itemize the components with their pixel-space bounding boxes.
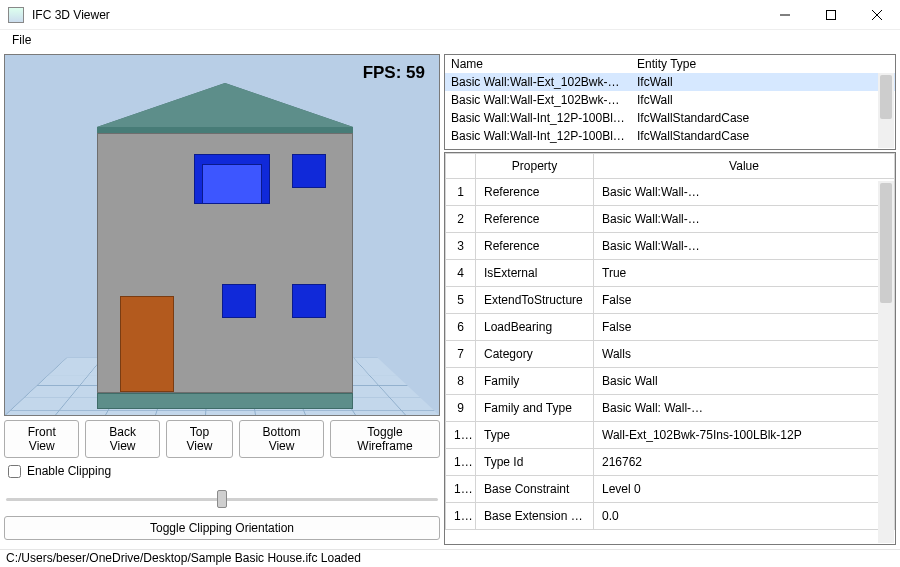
entity-row[interactable]: Basic Wall:Wall-Int_12P-100Blk…IfcWallSt… (445, 127, 895, 145)
house-model (97, 84, 353, 409)
property-row[interactable]: 11Type Id216762 (446, 449, 895, 476)
property-name: Type (476, 422, 594, 449)
svg-rect-1 (827, 10, 836, 19)
toggle-clipping-orientation-button[interactable]: Toggle Clipping Orientation (4, 516, 440, 540)
left-panel: FPS: 59 Front View Back View Top View Bo… (4, 54, 440, 545)
entity-name: Basic Wall:Wall-Ext_102Bwk-75… (445, 91, 631, 109)
col-entity-type[interactable]: Entity Type (631, 55, 895, 73)
enable-clipping-checkbox[interactable] (8, 465, 21, 478)
scrollbar-thumb[interactable] (880, 75, 892, 119)
toggle-wireframe-button[interactable]: Toggle Wireframe (330, 420, 440, 458)
col-value[interactable]: Value (594, 154, 895, 179)
house-body (97, 133, 353, 393)
maximize-icon (826, 10, 836, 20)
property-header-row: Property Value (446, 154, 895, 179)
entity-list-body[interactable]: Basic Wall:Wall-Ext_102Bwk-75…IfcWallBas… (445, 73, 895, 149)
titlebar: IFC 3D Viewer (0, 0, 900, 30)
property-row[interactable]: 3ReferenceBasic Wall:Wall-… (446, 233, 895, 260)
property-name: Base Constraint (476, 476, 594, 503)
window-title: IFC 3D Viewer (32, 8, 110, 22)
property-value: 216762 (594, 449, 895, 476)
property-row[interactable]: 12Base ConstraintLevel 0 (446, 476, 895, 503)
bottom-view-button[interactable]: Bottom View (239, 420, 324, 458)
clipping-slider[interactable] (4, 484, 440, 512)
property-name: Reference (476, 206, 594, 233)
property-panel: Property Value 1ReferenceBasic Wall:Wall… (444, 152, 896, 545)
client-area: FPS: 59 Front View Back View Top View Bo… (0, 50, 900, 549)
entity-type: IfcWallStandardCase (631, 127, 895, 145)
property-row[interactable]: 10TypeWall-Ext_102Bwk-75Ins-100LBlk-12P (446, 422, 895, 449)
back-view-button[interactable]: Back View (85, 420, 159, 458)
entity-list-header: Name Entity Type (445, 55, 895, 73)
window-upper-left-pane (202, 164, 262, 204)
property-name: Reference (476, 233, 594, 260)
col-rownum (446, 154, 476, 179)
entity-type: IfcWall (631, 73, 895, 91)
close-button[interactable] (854, 0, 900, 30)
property-value: Basic Wall: Wall-… (594, 395, 895, 422)
entity-row[interactable]: Basic Wall:Wall-Int_12P-100Blk…IfcWallSt… (445, 145, 895, 149)
scrollbar-thumb[interactable] (880, 183, 892, 303)
property-row[interactable]: 13Base Extension …0.0 (446, 503, 895, 530)
row-number: 9 (446, 395, 476, 422)
right-panel: Name Entity Type Basic Wall:Wall-Ext_102… (444, 54, 896, 545)
property-row[interactable]: 1ReferenceBasic Wall:Wall-… (446, 179, 895, 206)
row-number: 5 (446, 287, 476, 314)
row-number: 10 (446, 422, 476, 449)
minimize-button[interactable] (762, 0, 808, 30)
row-number: 13 (446, 503, 476, 530)
maximize-button[interactable] (808, 0, 854, 30)
property-value: Basic Wall:Wall-… (594, 179, 895, 206)
property-scrollbar[interactable] (878, 181, 894, 543)
3d-viewport[interactable]: FPS: 59 (4, 54, 440, 416)
row-number: 3 (446, 233, 476, 260)
window-lower-left (222, 284, 256, 318)
front-view-button[interactable]: Front View (4, 420, 79, 458)
property-row[interactable]: 2ReferenceBasic Wall:Wall-… (446, 206, 895, 233)
entity-scrollbar[interactable] (878, 73, 894, 148)
entity-type: IfcWallStandardCase (631, 109, 895, 127)
property-value: Basic Wall:Wall-… (594, 206, 895, 233)
col-property[interactable]: Property (476, 154, 594, 179)
property-row[interactable]: 4IsExternalTrue (446, 260, 895, 287)
property-table-body[interactable]: 1ReferenceBasic Wall:Wall-…2ReferenceBas… (446, 179, 895, 530)
menu-file[interactable]: File (6, 31, 37, 49)
slider-thumb[interactable] (217, 490, 227, 508)
entity-type: IfcWallStandardCase (631, 145, 895, 149)
top-view-button[interactable]: Top View (166, 420, 233, 458)
property-value: Basic Wall (594, 368, 895, 395)
property-name: Base Extension … (476, 503, 594, 530)
entity-row[interactable]: Basic Wall:Wall-Int_12P-100Blk…IfcWallSt… (445, 109, 895, 127)
property-row[interactable]: 9Family and TypeBasic Wall: Wall-… (446, 395, 895, 422)
property-name: LoadBearing (476, 314, 594, 341)
row-number: 11 (446, 449, 476, 476)
enable-clipping-row: Enable Clipping (4, 462, 440, 480)
plinth (97, 393, 353, 409)
property-value: False (594, 287, 895, 314)
property-row[interactable]: 5ExtendToStructureFalse (446, 287, 895, 314)
entity-row[interactable]: Basic Wall:Wall-Ext_102Bwk-75…IfcWall (445, 91, 895, 109)
property-row[interactable]: 6LoadBearingFalse (446, 314, 895, 341)
property-name: Type Id (476, 449, 594, 476)
entity-name: Basic Wall:Wall-Int_12P-100Blk… (445, 109, 631, 127)
property-value: 0.0 (594, 503, 895, 530)
row-number: 2 (446, 206, 476, 233)
property-row[interactable]: 7CategoryWalls (446, 341, 895, 368)
entity-type: IfcWall (631, 91, 895, 109)
entity-row[interactable]: Basic Wall:Wall-Ext_102Bwk-75…IfcWall (445, 73, 895, 91)
row-number: 4 (446, 260, 476, 287)
property-value: Basic Wall:Wall-… (594, 233, 895, 260)
entity-name: Basic Wall:Wall-Int_12P-100Blk… (445, 127, 631, 145)
property-row[interactable]: 8FamilyBasic Wall (446, 368, 895, 395)
row-number: 7 (446, 341, 476, 368)
entity-name: Basic Wall:Wall-Ext_102Bwk-75… (445, 73, 631, 91)
row-number: 1 (446, 179, 476, 206)
col-name[interactable]: Name (445, 55, 631, 73)
door (120, 296, 174, 392)
property-table: Property Value 1ReferenceBasic Wall:Wall… (445, 153, 895, 530)
property-name: IsExternal (476, 260, 594, 287)
app-icon (8, 7, 24, 23)
entity-list-panel: Name Entity Type Basic Wall:Wall-Ext_102… (444, 54, 896, 150)
entity-name: Basic Wall:Wall-Int_12P-100Blk… (445, 145, 631, 149)
property-name: Reference (476, 179, 594, 206)
